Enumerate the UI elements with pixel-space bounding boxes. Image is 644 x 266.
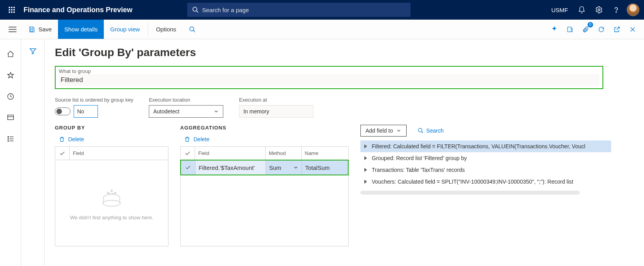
chevron-down-icon [396,128,402,133]
global-search[interactable] [187,3,411,17]
app-launcher-icon[interactable] [5,6,19,13]
groupby-delete-label: Delete [68,136,84,142]
user-avatar[interactable] [627,4,639,16]
attachments-icon[interactable]: 0 [579,23,592,36]
refresh-icon[interactable] [595,23,608,36]
svg-point-3 [9,9,10,11]
agg-row-checkbox[interactable] [181,160,195,175]
datasource-search-link[interactable]: Search [418,128,443,134]
svg-point-17 [190,27,194,31]
save-button[interactable]: Save [22,20,58,39]
svg-line-18 [193,30,195,32]
horizontal-scrollbar[interactable] [360,191,580,195]
datasource-panel: Add field to Search Filtered: Calculated… [360,125,611,195]
svg-point-33 [111,190,112,191]
divider [148,23,148,36]
options-button[interactable]: Options [150,20,183,39]
svg-point-11 [598,9,600,11]
filter-icon[interactable] [29,47,37,266]
agg-select-all[interactable] [181,150,195,157]
agg-row-method[interactable]: Sum [266,160,302,175]
expand-icon [364,180,367,184]
svg-point-0 [9,7,10,8]
workspaces-icon[interactable] [6,113,15,122]
svg-line-10 [196,11,198,13]
expand-icon [364,144,367,148]
execution-location-select[interactable]: Autodetect [149,105,223,118]
action-bar: Save Show details Group view Options 0 [0,20,644,39]
agg-col-field[interactable]: Field [195,147,265,160]
home-icon[interactable] [6,49,15,59]
aggregations-grid: Field Method Name Filtered.'$TaxAmount' … [180,146,349,246]
tree-item-label: Transactions: Table 'TaxTrans' records [372,167,465,173]
trash-icon [59,136,65,142]
aggregation-row[interactable]: Filtered.'$TaxAmount' Sum TotalSum [180,160,349,175]
svg-rect-23 [7,115,13,120]
svg-point-6 [9,11,10,13]
svg-point-32 [107,192,109,194]
tree-item-grouped[interactable]: Grouped: Record list 'Filtered' group by [360,152,611,164]
groupby-col-field[interactable]: Field [69,147,168,160]
filter-rail [21,39,45,266]
source-ordered-value[interactable]: No [74,105,98,118]
aggregations-delete-button[interactable]: Delete [180,134,349,145]
source-ordered-toggle[interactable] [55,107,71,115]
agg-row-field[interactable]: Filtered.'$TaxAmount' [195,160,266,175]
agg-col-method[interactable]: Method [265,147,301,160]
close-icon[interactable] [626,23,639,36]
agg-col-name[interactable]: Name [301,147,348,160]
agg-row-name[interactable]: TotalSum [302,160,348,175]
tree-item-label: Vouchers: Calculated field = SPLIT("INV-… [372,179,573,185]
execution-at-label: Execution at [239,97,313,103]
page-title: Edit 'Group By' parameters [55,46,634,59]
show-details-button[interactable]: Show details [58,20,104,39]
open-in-new-icon[interactable] [563,23,577,36]
chevron-down-icon [293,165,298,170]
select-all-checkbox[interactable] [55,150,69,157]
show-details-label: Show details [64,26,98,33]
recent-icon[interactable] [6,92,15,101]
group-view-button[interactable]: Group view [104,20,146,39]
expand-icon [364,156,367,160]
svg-point-34 [115,192,116,194]
actionbar-search-button[interactable] [183,20,202,39]
trash-icon [184,136,190,142]
tree-item-vouchers[interactable]: Vouchers: Calculated field = SPLIT("INV-… [360,176,611,188]
groupby-section: GROUP BY Delete Field We didn't find any… [55,125,168,246]
execution-location-value: Autodetect [153,108,179,115]
svg-point-35 [110,193,111,194]
groupby-heading: GROUP BY [55,125,168,131]
legal-entity[interactable]: USMF [548,7,572,13]
add-field-label: Add field to [365,128,393,134]
datasource-search-label: Search [426,128,443,134]
modules-icon[interactable] [6,134,15,144]
search-icon [192,6,199,13]
tree-item-filtered[interactable]: Filtered: Calculated field = FILTER(Tran… [360,140,611,152]
search-icon [418,128,424,134]
popout-icon[interactable] [610,23,624,36]
copilot-icon[interactable] [548,23,561,36]
tree-item-transactions[interactable]: Transactions: Table 'TaxTrans' records [360,164,611,176]
svg-point-37 [418,128,422,132]
add-field-to-button[interactable]: Add field to [360,125,407,137]
options-label: Options [156,26,176,33]
global-search-input[interactable] [202,7,406,13]
svg-point-27 [7,138,8,139]
aggregations-delete-label: Delete [194,136,209,142]
svg-line-38 [421,131,423,133]
help-icon[interactable] [610,3,623,16]
favorites-icon[interactable] [6,71,15,80]
what-to-group-field[interactable]: Filtered [59,74,599,86]
svg-rect-16 [31,29,33,31]
notifications-icon[interactable] [575,3,588,16]
groupby-delete-button[interactable]: Delete [55,134,168,145]
svg-point-25 [7,137,8,137]
source-ordered-label: Source list is ordered by group key [55,97,133,103]
svg-point-4 [11,9,13,11]
nav-toggle-icon[interactable] [3,20,22,39]
svg-point-9 [193,7,197,11]
empty-folder-icon [100,186,123,209]
search-icon [189,26,196,33]
execution-location-label: Execution location [149,97,223,103]
settings-icon[interactable] [592,3,606,16]
